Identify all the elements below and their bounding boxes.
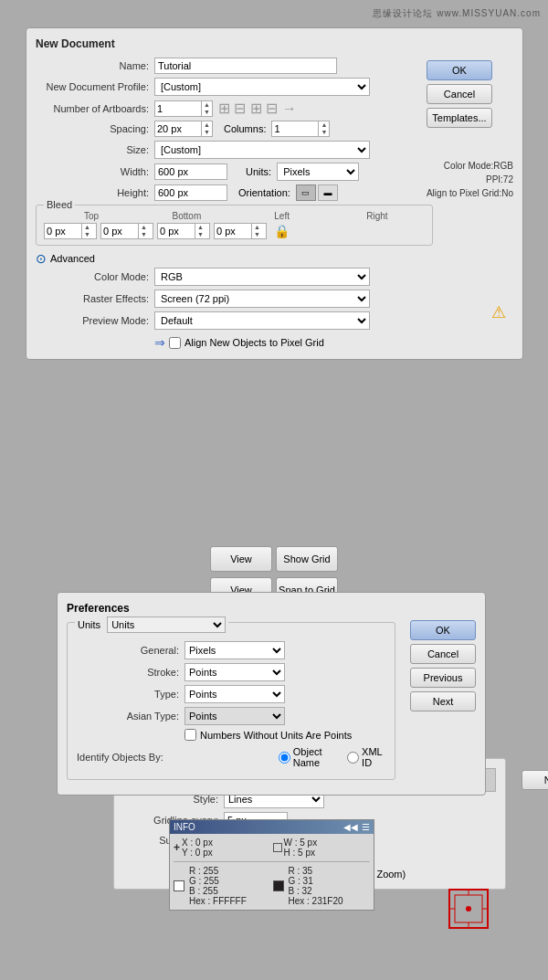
portrait-button[interactable]: ▭ xyxy=(296,184,316,201)
width-label: Width: xyxy=(36,166,154,177)
spacing-spinbox[interactable]: ▲▼ xyxy=(154,121,213,137)
size-label: Size: xyxy=(36,144,154,155)
orientation-label: Orientation: xyxy=(238,187,290,198)
bleed-right-spinbox[interactable]: ▲▼ xyxy=(214,223,267,239)
profile-row: New Document Profile: [Custom] xyxy=(36,78,433,96)
templates-button[interactable]: Templates... xyxy=(427,108,492,128)
cancel-button[interactable]: Cancel xyxy=(427,84,492,104)
asian-type-row: Asian Type: Points xyxy=(75,707,387,725)
landscape-button[interactable]: ▬ xyxy=(318,184,338,201)
bleed-bottom-input[interactable] xyxy=(101,224,138,238)
prefs-previous-button[interactable]: Previous xyxy=(410,668,476,688)
object-name-radio[interactable] xyxy=(279,752,290,764)
numbers-checkbox-row: Numbers Without Units Are Points xyxy=(184,729,387,741)
bleed-bottom-label: Bottom xyxy=(163,211,209,221)
info-controls: ◀◀ ☰ xyxy=(343,822,370,832)
bleed-right-input[interactable] xyxy=(215,224,251,238)
x-value: X : 0 px xyxy=(182,838,213,848)
warning-icon: ⚠ xyxy=(491,302,506,322)
pixel-grid-icon xyxy=(446,886,491,932)
g1-value: G : 255 xyxy=(189,876,247,886)
artboards-input[interactable] xyxy=(155,101,201,116)
advanced-row: ⊙ Advanced xyxy=(36,251,433,266)
profile-select[interactable]: [Custom] xyxy=(154,78,370,96)
numbers-checkbox[interactable] xyxy=(184,729,196,741)
bleed-left-spinbox[interactable]: ▲▼ xyxy=(157,223,210,239)
g2-value: G : 31 xyxy=(289,876,343,886)
info-collapse[interactable]: ◀◀ xyxy=(343,822,358,832)
color-mode-select[interactable]: RGB xyxy=(154,268,370,286)
ok-button[interactable]: OK xyxy=(427,60,492,80)
bleed-left-input[interactable] xyxy=(158,224,195,238)
columns-input[interactable] xyxy=(272,121,318,136)
dialog-buttons: OK Cancel Templates... Color Mode:RGB PP… xyxy=(427,60,513,200)
info-panel: INFO ◀◀ ☰ + X : 0 px Y : 0 px W : 5 px H… xyxy=(169,819,374,911)
wh-cell: W : 5 px H : 5 px xyxy=(273,838,371,858)
stroke-row: Stroke: Points xyxy=(75,663,387,681)
prefs-cancel-button[interactable]: Cancel xyxy=(410,644,476,664)
artboards-spinbox[interactable]: ▲▼ xyxy=(154,100,213,117)
spacing-input[interactable] xyxy=(155,121,201,136)
align-checkbox-row: ⇒ Align New Objects to Pixel Grid xyxy=(154,335,433,350)
color-mode-label: Color Mode: xyxy=(36,271,154,282)
units-dropdown[interactable]: Units xyxy=(107,616,226,633)
color-right-values: R : 35 G : 31 B : 32 Hex : 231F20 xyxy=(289,866,343,906)
radio-group: Object Name XML ID xyxy=(279,746,387,768)
watermark: 思缘设计论坛 www.MISSYUAN.com xyxy=(373,7,541,20)
orientation-buttons: ▭ ▬ xyxy=(296,184,338,201)
object-name-label: Object Name xyxy=(293,746,340,768)
info-body: + X : 0 px Y : 0 px W : 5 px H : 5 px R … xyxy=(170,834,374,910)
svg-point-2 xyxy=(466,906,471,912)
preview-select[interactable]: Default xyxy=(154,311,370,330)
prefs-ok-button[interactable]: OK xyxy=(410,620,476,640)
raster-select[interactable]: Screen (72 ppi) xyxy=(154,290,370,308)
asian-type-select[interactable]: Points xyxy=(184,707,285,725)
w-value: W : 5 px xyxy=(284,838,318,848)
height-input[interactable] xyxy=(154,184,227,201)
units-label: Units: xyxy=(246,166,271,177)
size-row: Size: [Custom] xyxy=(36,141,433,159)
bleed-bottom-spinbox[interactable]: ▲▼ xyxy=(100,223,153,239)
units-select[interactable]: Pixels xyxy=(277,163,359,181)
xml-id-radio[interactable] xyxy=(347,752,359,764)
form-section: Name: New Document Profile: [Custom] Num… xyxy=(36,58,433,350)
color-left-values: R : 255 G : 255 B : 255 Hex : FFFFFF xyxy=(189,866,247,906)
size-select[interactable]: [Custom] xyxy=(154,141,370,159)
width-row: Width: Units: Pixels xyxy=(36,163,433,181)
type-select[interactable]: Points xyxy=(184,685,285,703)
bleed-top-input[interactable] xyxy=(45,224,81,238)
show-grid-button[interactable]: Show Grid xyxy=(276,546,338,572)
bleed-labels-row: Top Bottom Left Right xyxy=(44,211,425,221)
xy-values: X : 0 px Y : 0 px xyxy=(182,838,213,858)
raster-label: Raster Effects: xyxy=(36,293,154,304)
b1-value: B : 255 xyxy=(189,886,247,896)
info-titlebar: INFO ◀◀ ☰ xyxy=(170,820,374,834)
type-row: Type: Points xyxy=(75,685,387,703)
prefs-next-button[interactable]: Next xyxy=(410,691,476,711)
advanced-chevron[interactable]: ⊙ xyxy=(36,251,47,266)
identify-row: Identify Objects By: Object Name XML ID xyxy=(75,746,387,768)
advanced-label: Advanced xyxy=(50,253,95,264)
align-checkbox[interactable] xyxy=(169,337,181,349)
columns-spinbox[interactable]: ▲▼ xyxy=(271,121,330,137)
bleed-top-spinbox[interactable]: ▲▼ xyxy=(44,223,97,239)
grid-next-button[interactable]: Next xyxy=(522,770,548,790)
new-document-dialog: New Document OK Cancel Templates... Colo… xyxy=(26,27,523,360)
info-menu[interactable]: ☰ xyxy=(362,822,370,832)
name-label: Name: xyxy=(36,60,154,71)
bleed-top-label: Top xyxy=(68,211,114,221)
general-row: General: Pixels xyxy=(75,641,387,659)
general-select[interactable]: Pixels xyxy=(184,641,285,659)
color-right-cell: R : 35 G : 31 B : 32 Hex : 231F20 xyxy=(273,866,371,906)
name-input[interactable] xyxy=(154,58,337,74)
type-label: Type: xyxy=(75,689,184,700)
stroke-label: Stroke: xyxy=(75,667,184,678)
width-input[interactable] xyxy=(154,163,227,180)
xy-cell: + X : 0 px Y : 0 px xyxy=(174,838,271,858)
stroke-select[interactable]: Points xyxy=(184,663,285,681)
artboard-icons: ⊞ ⊟ ⊞ ⊟ → xyxy=(218,100,297,117)
units-group-title: Units Units xyxy=(75,616,228,633)
r1-value: R : 255 xyxy=(189,866,247,876)
numbers-label: Numbers Without Units Are Points xyxy=(200,730,352,741)
view-button-1[interactable]: View xyxy=(210,546,272,572)
